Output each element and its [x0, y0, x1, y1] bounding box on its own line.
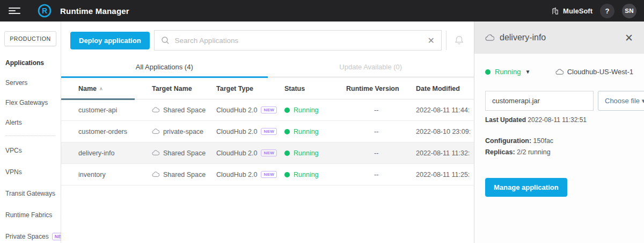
main-content: Deploy application ✕: [61, 22, 474, 243]
sort-ascending-icon: ∧: [99, 86, 103, 91]
environment-selector[interactable]: PRODUCTION: [4, 31, 56, 46]
runtime-manager-app: R Runtime Manager MuleSoft ? SN PRODUCTI…: [0, 0, 644, 243]
sidebar-nav-secondary: VPCs VPNs Transit Gateways Runtime Fabri…: [0, 144, 61, 243]
sidebar-item-applications[interactable]: Applications: [0, 56, 61, 70]
column-header-target-name[interactable]: Target Name: [152, 85, 216, 92]
sidebar-item-transit-gateways[interactable]: Transit Gateways: [0, 187, 61, 201]
new-badge: NEW: [261, 106, 277, 113]
status-dropdown[interactable]: Running ▼: [485, 68, 530, 76]
search-icon: [161, 36, 170, 45]
hamburger-menu-icon[interactable]: [9, 6, 20, 15]
sorted-column-indicator: [61, 98, 135, 100]
status-dot: [284, 108, 290, 113]
cloud-icon: [555, 69, 564, 75]
deploy-application-button[interactable]: Deploy application: [70, 32, 150, 49]
panel-title: delivery-info: [500, 33, 619, 42]
search-applications-input[interactable]: [175, 37, 427, 45]
clear-search-icon[interactable]: ✕: [427, 35, 436, 46]
user-avatar[interactable]: SN: [622, 4, 636, 18]
choose-file-button[interactable]: Choose file ▾: [598, 91, 644, 111]
sidebar-item-runtime-fabrics[interactable]: Runtime Fabrics: [0, 208, 61, 222]
status-label: Running: [495, 68, 521, 76]
new-badge: NEW: [261, 128, 277, 135]
deployment-target: Cloudhub-US-West-1: [555, 68, 633, 76]
org-label: MuleSoft: [563, 7, 592, 15]
configuration-line: Configuration: 150fac: [485, 135, 633, 147]
app-title: Runtime Manager: [60, 6, 129, 16]
sidebar-nav-primary: Applications Servers Flex Gateways Alert…: [0, 56, 61, 130]
cloud-icon: [152, 128, 159, 134]
toolbar-divider: [446, 31, 447, 50]
application-file-field[interactable]: [485, 91, 594, 111]
table-header-row: Name ∧ Target Name Target Type Status Ru…: [61, 78, 474, 99]
new-badge: NEW: [261, 171, 277, 178]
cloud-icon: [152, 150, 159, 156]
search-box: ✕: [154, 30, 442, 51]
panel-header: delivery-info ✕: [474, 22, 644, 54]
sidebar-item-private-spaces[interactable]: Private Spaces NEW: [0, 230, 61, 243]
last-updated: Last Updated 2022-08-11 11:32:51: [485, 116, 633, 124]
column-header-target-type[interactable]: Target Type: [216, 85, 284, 92]
column-header-runtime-version[interactable]: Runtime Version: [346, 85, 416, 92]
applications-tabs: All Applications (4) Update Available (0…: [61, 58, 474, 78]
sidebar-item-alerts[interactable]: Alerts: [0, 116, 61, 130]
org-switcher[interactable]: MuleSoft: [551, 7, 592, 15]
new-badge: NEW: [261, 149, 277, 156]
column-header-name[interactable]: Name ∧: [78, 85, 152, 92]
status-dot: [284, 151, 290, 156]
column-header-date-modified[interactable]: Date Modified: [416, 85, 474, 92]
sidebar-item-flex-gateways[interactable]: Flex Gateways: [0, 96, 61, 110]
runtime-manager-logo-icon: R: [38, 4, 52, 18]
sidebar: PRODUCTION Applications Servers Flex Gat…: [0, 22, 61, 243]
table-row-delivery-info[interactable]: delivery-info Shared Space CloudHub 2.0N…: [61, 142, 474, 164]
application-detail-panel: delivery-info ✕ Running ▼ Cloudhub-US-We…: [474, 22, 644, 243]
cloud-icon: [152, 107, 159, 113]
close-panel-icon[interactable]: ✕: [625, 33, 633, 43]
notifications-bell-icon[interactable]: [451, 34, 469, 47]
top-bar: R Runtime Manager MuleSoft ? SN: [0, 0, 644, 22]
table-row-customer-api[interactable]: customer-api Shared Space CloudHub 2.0NE…: [61, 99, 474, 121]
svg-text:R: R: [42, 6, 47, 15]
tab-all-applications[interactable]: All Applications (4): [61, 58, 268, 78]
cloud-icon: [485, 34, 494, 41]
help-button[interactable]: ?: [600, 4, 614, 18]
organization-icon: [551, 7, 559, 15]
tab-update-available[interactable]: Update Available (0): [268, 58, 474, 78]
sidebar-divider: [5, 135, 55, 136]
table-row-customer-orders[interactable]: customer-orders private-space CloudHub 2…: [61, 121, 474, 142]
column-header-status[interactable]: Status: [284, 85, 346, 92]
status-dot: [485, 69, 491, 75]
sidebar-item-vpns[interactable]: VPNs: [0, 165, 61, 179]
status-dot: [284, 129, 290, 134]
applications-table: Name ∧ Target Name Target Type Status Ru…: [61, 78, 474, 185]
status-dot: [284, 172, 290, 177]
target-name-label: Cloudhub-US-West-1: [567, 68, 633, 76]
chevron-down-icon: ▼: [525, 69, 530, 75]
table-row-inventory[interactable]: inventory Shared Space CloudHub 2.0NEW R…: [61, 164, 474, 185]
replicas-line: Replicas: 2/2 running: [485, 147, 633, 158]
cloud-icon: [152, 171, 159, 177]
sidebar-item-servers[interactable]: Servers: [0, 76, 61, 90]
manage-application-button[interactable]: Manage application: [485, 178, 567, 197]
sidebar-item-vpcs[interactable]: VPCs: [0, 144, 61, 158]
